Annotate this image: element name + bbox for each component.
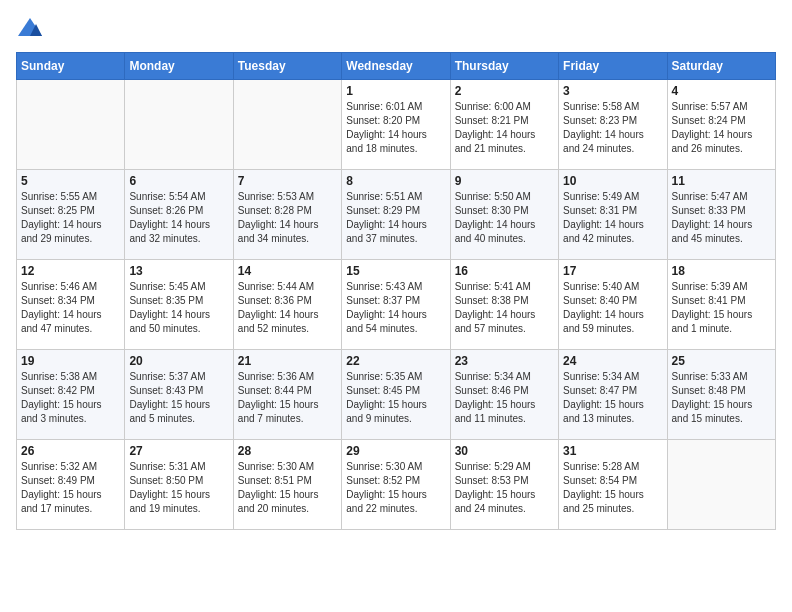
- day-number: 30: [455, 444, 554, 458]
- calendar-week-row: 19Sunrise: 5:38 AMSunset: 8:42 PMDayligh…: [17, 350, 776, 440]
- calendar-cell: 9Sunrise: 5:50 AMSunset: 8:30 PMDaylight…: [450, 170, 558, 260]
- logo-icon: [16, 16, 44, 40]
- day-info: Sunrise: 5:38 AMSunset: 8:42 PMDaylight:…: [21, 370, 120, 426]
- day-number: 7: [238, 174, 337, 188]
- day-info: Sunrise: 5:54 AMSunset: 8:26 PMDaylight:…: [129, 190, 228, 246]
- day-number: 3: [563, 84, 662, 98]
- day-info: Sunrise: 5:51 AMSunset: 8:29 PMDaylight:…: [346, 190, 445, 246]
- calendar-cell: 21Sunrise: 5:36 AMSunset: 8:44 PMDayligh…: [233, 350, 341, 440]
- day-number: 8: [346, 174, 445, 188]
- day-info: Sunrise: 5:57 AMSunset: 8:24 PMDaylight:…: [672, 100, 771, 156]
- calendar-cell: 29Sunrise: 5:30 AMSunset: 8:52 PMDayligh…: [342, 440, 450, 530]
- day-number: 1: [346, 84, 445, 98]
- day-number: 24: [563, 354, 662, 368]
- day-info: Sunrise: 5:55 AMSunset: 8:25 PMDaylight:…: [21, 190, 120, 246]
- calendar-cell: 4Sunrise: 5:57 AMSunset: 8:24 PMDaylight…: [667, 80, 775, 170]
- day-number: 10: [563, 174, 662, 188]
- page-header: [16, 16, 776, 40]
- calendar-cell: 2Sunrise: 6:00 AMSunset: 8:21 PMDaylight…: [450, 80, 558, 170]
- day-info: Sunrise: 5:53 AMSunset: 8:28 PMDaylight:…: [238, 190, 337, 246]
- calendar-week-row: 12Sunrise: 5:46 AMSunset: 8:34 PMDayligh…: [17, 260, 776, 350]
- day-number: 14: [238, 264, 337, 278]
- day-number: 20: [129, 354, 228, 368]
- day-number: 6: [129, 174, 228, 188]
- day-info: Sunrise: 6:01 AMSunset: 8:20 PMDaylight:…: [346, 100, 445, 156]
- calendar-cell: 3Sunrise: 5:58 AMSunset: 8:23 PMDaylight…: [559, 80, 667, 170]
- day-info: Sunrise: 5:50 AMSunset: 8:30 PMDaylight:…: [455, 190, 554, 246]
- calendar-cell: 30Sunrise: 5:29 AMSunset: 8:53 PMDayligh…: [450, 440, 558, 530]
- day-number: 15: [346, 264, 445, 278]
- calendar-table: SundayMondayTuesdayWednesdayThursdayFrid…: [16, 52, 776, 530]
- day-number: 26: [21, 444, 120, 458]
- column-header-tuesday: Tuesday: [233, 53, 341, 80]
- day-number: 19: [21, 354, 120, 368]
- day-number: 28: [238, 444, 337, 458]
- calendar-cell: 28Sunrise: 5:30 AMSunset: 8:51 PMDayligh…: [233, 440, 341, 530]
- day-info: Sunrise: 5:33 AMSunset: 8:48 PMDaylight:…: [672, 370, 771, 426]
- calendar-cell: [17, 80, 125, 170]
- column-header-wednesday: Wednesday: [342, 53, 450, 80]
- day-number: 16: [455, 264, 554, 278]
- day-info: Sunrise: 5:37 AMSunset: 8:43 PMDaylight:…: [129, 370, 228, 426]
- calendar-header-row: SundayMondayTuesdayWednesdayThursdayFrid…: [17, 53, 776, 80]
- calendar-cell: 19Sunrise: 5:38 AMSunset: 8:42 PMDayligh…: [17, 350, 125, 440]
- column-header-thursday: Thursday: [450, 53, 558, 80]
- day-number: 23: [455, 354, 554, 368]
- day-info: Sunrise: 5:43 AMSunset: 8:37 PMDaylight:…: [346, 280, 445, 336]
- calendar-cell: 10Sunrise: 5:49 AMSunset: 8:31 PMDayligh…: [559, 170, 667, 260]
- day-info: Sunrise: 5:44 AMSunset: 8:36 PMDaylight:…: [238, 280, 337, 336]
- calendar-week-row: 1Sunrise: 6:01 AMSunset: 8:20 PMDaylight…: [17, 80, 776, 170]
- day-number: 31: [563, 444, 662, 458]
- calendar-cell: [233, 80, 341, 170]
- day-info: Sunrise: 5:39 AMSunset: 8:41 PMDaylight:…: [672, 280, 771, 336]
- calendar-cell: 5Sunrise: 5:55 AMSunset: 8:25 PMDaylight…: [17, 170, 125, 260]
- calendar-cell: 12Sunrise: 5:46 AMSunset: 8:34 PMDayligh…: [17, 260, 125, 350]
- calendar-cell: 14Sunrise: 5:44 AMSunset: 8:36 PMDayligh…: [233, 260, 341, 350]
- day-info: Sunrise: 5:41 AMSunset: 8:38 PMDaylight:…: [455, 280, 554, 336]
- calendar-cell: 15Sunrise: 5:43 AMSunset: 8:37 PMDayligh…: [342, 260, 450, 350]
- day-number: 9: [455, 174, 554, 188]
- day-number: 13: [129, 264, 228, 278]
- day-info: Sunrise: 6:00 AMSunset: 8:21 PMDaylight:…: [455, 100, 554, 156]
- day-number: 5: [21, 174, 120, 188]
- day-info: Sunrise: 5:28 AMSunset: 8:54 PMDaylight:…: [563, 460, 662, 516]
- calendar-cell: 26Sunrise: 5:32 AMSunset: 8:49 PMDayligh…: [17, 440, 125, 530]
- day-number: 2: [455, 84, 554, 98]
- day-info: Sunrise: 5:30 AMSunset: 8:52 PMDaylight:…: [346, 460, 445, 516]
- day-info: Sunrise: 5:34 AMSunset: 8:47 PMDaylight:…: [563, 370, 662, 426]
- day-info: Sunrise: 5:31 AMSunset: 8:50 PMDaylight:…: [129, 460, 228, 516]
- calendar-cell: 13Sunrise: 5:45 AMSunset: 8:35 PMDayligh…: [125, 260, 233, 350]
- calendar-cell: 7Sunrise: 5:53 AMSunset: 8:28 PMDaylight…: [233, 170, 341, 260]
- day-info: Sunrise: 5:32 AMSunset: 8:49 PMDaylight:…: [21, 460, 120, 516]
- calendar-cell: 22Sunrise: 5:35 AMSunset: 8:45 PMDayligh…: [342, 350, 450, 440]
- day-info: Sunrise: 5:36 AMSunset: 8:44 PMDaylight:…: [238, 370, 337, 426]
- day-info: Sunrise: 5:46 AMSunset: 8:34 PMDaylight:…: [21, 280, 120, 336]
- day-number: 25: [672, 354, 771, 368]
- logo: [16, 16, 48, 40]
- column-header-friday: Friday: [559, 53, 667, 80]
- calendar-cell: 11Sunrise: 5:47 AMSunset: 8:33 PMDayligh…: [667, 170, 775, 260]
- day-info: Sunrise: 5:35 AMSunset: 8:45 PMDaylight:…: [346, 370, 445, 426]
- column-header-sunday: Sunday: [17, 53, 125, 80]
- day-info: Sunrise: 5:49 AMSunset: 8:31 PMDaylight:…: [563, 190, 662, 246]
- day-info: Sunrise: 5:58 AMSunset: 8:23 PMDaylight:…: [563, 100, 662, 156]
- column-header-monday: Monday: [125, 53, 233, 80]
- calendar-cell: 27Sunrise: 5:31 AMSunset: 8:50 PMDayligh…: [125, 440, 233, 530]
- day-info: Sunrise: 5:40 AMSunset: 8:40 PMDaylight:…: [563, 280, 662, 336]
- calendar-cell: 1Sunrise: 6:01 AMSunset: 8:20 PMDaylight…: [342, 80, 450, 170]
- day-number: 22: [346, 354, 445, 368]
- calendar-cell: 18Sunrise: 5:39 AMSunset: 8:41 PMDayligh…: [667, 260, 775, 350]
- calendar-cell: 17Sunrise: 5:40 AMSunset: 8:40 PMDayligh…: [559, 260, 667, 350]
- calendar-cell: 16Sunrise: 5:41 AMSunset: 8:38 PMDayligh…: [450, 260, 558, 350]
- day-number: 29: [346, 444, 445, 458]
- calendar-cell: 23Sunrise: 5:34 AMSunset: 8:46 PMDayligh…: [450, 350, 558, 440]
- day-info: Sunrise: 5:45 AMSunset: 8:35 PMDaylight:…: [129, 280, 228, 336]
- calendar-cell: 24Sunrise: 5:34 AMSunset: 8:47 PMDayligh…: [559, 350, 667, 440]
- calendar-cell: 6Sunrise: 5:54 AMSunset: 8:26 PMDaylight…: [125, 170, 233, 260]
- calendar-cell: 25Sunrise: 5:33 AMSunset: 8:48 PMDayligh…: [667, 350, 775, 440]
- day-info: Sunrise: 5:29 AMSunset: 8:53 PMDaylight:…: [455, 460, 554, 516]
- calendar-week-row: 26Sunrise: 5:32 AMSunset: 8:49 PMDayligh…: [17, 440, 776, 530]
- day-number: 17: [563, 264, 662, 278]
- calendar-cell: [667, 440, 775, 530]
- day-number: 11: [672, 174, 771, 188]
